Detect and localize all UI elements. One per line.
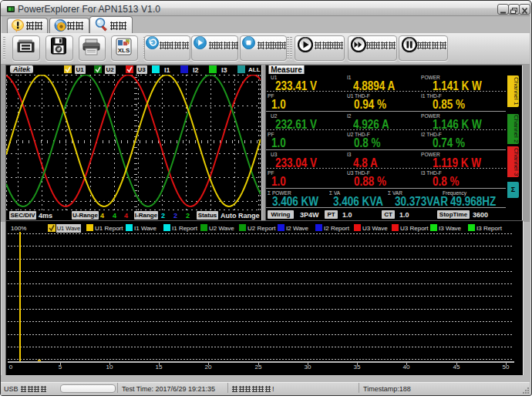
svg-text:XLS: XLS: [118, 47, 130, 54]
